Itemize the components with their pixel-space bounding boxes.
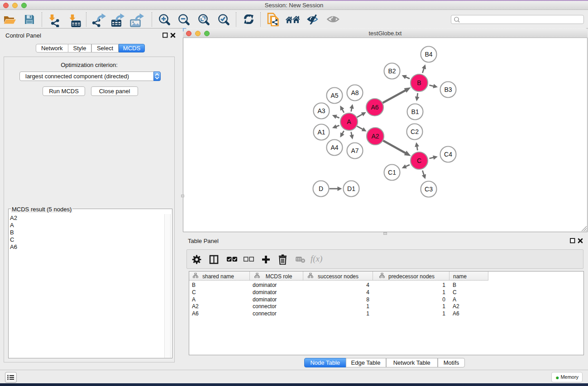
svg-text:D1: D1 [347, 185, 355, 192]
svg-text:A5: A5 [330, 92, 338, 99]
svg-text:A: A [347, 118, 351, 125]
svg-text:B1: B1 [411, 108, 419, 115]
svg-text:C: C [417, 157, 421, 164]
svg-text:D: D [319, 185, 323, 192]
svg-text:A6: A6 [371, 104, 378, 111]
svg-text:C1: C1 [388, 169, 396, 176]
svg-text:C3: C3 [425, 186, 433, 193]
svg-text:A1: A1 [317, 129, 325, 136]
svg-text:A7: A7 [351, 147, 359, 154]
svg-text:A4: A4 [330, 144, 338, 151]
svg-text:C2: C2 [411, 128, 419, 135]
svg-text:B4: B4 [425, 51, 432, 58]
svg-text:A8: A8 [351, 89, 359, 96]
svg-text:A3: A3 [317, 107, 325, 114]
svg-text:C4: C4 [444, 151, 452, 158]
svg-text:A2: A2 [371, 133, 379, 140]
svg-text:B2: B2 [388, 67, 396, 75]
svg-text:B: B [417, 79, 421, 86]
svg-text:B3: B3 [444, 86, 452, 93]
